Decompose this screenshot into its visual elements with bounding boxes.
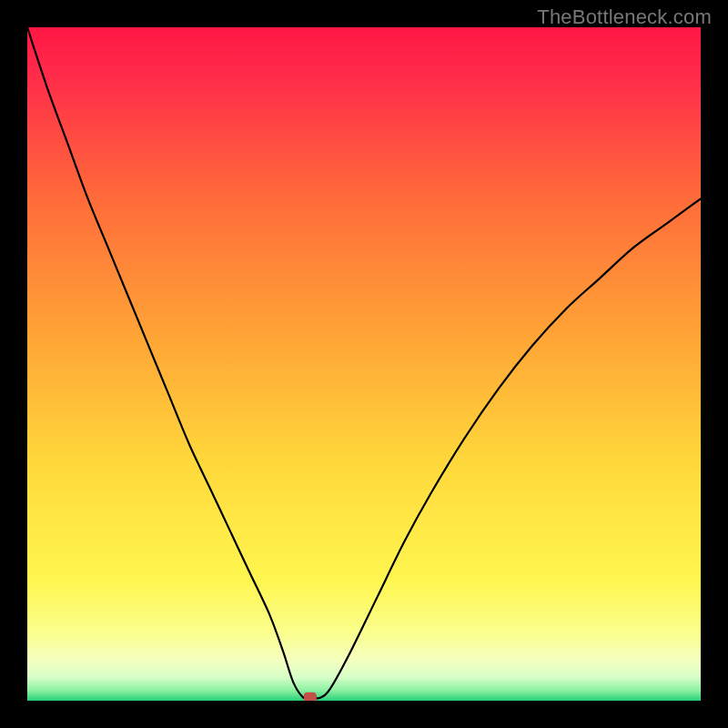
chart-svg	[27, 27, 701, 701]
gradient-background	[27, 27, 701, 701]
chart-frame: TheBottleneck.com	[0, 0, 728, 728]
watermark-label: TheBottleneck.com	[537, 5, 712, 29]
plot-area	[27, 27, 701, 701]
optimum-marker	[304, 693, 317, 701]
